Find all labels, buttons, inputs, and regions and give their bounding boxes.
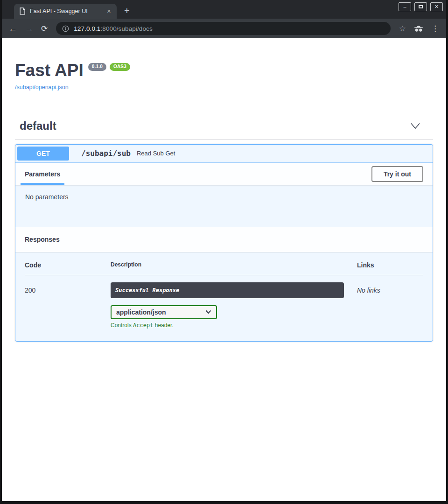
bookmark-star-icon[interactable]: ☆ (399, 25, 406, 33)
window-controls: – ✕ (399, 2, 443, 11)
tab-title: Fast API - Swagger UI (30, 8, 101, 14)
browser-window: Fast API - Swagger UI ✕ + – ✕ ← → ⟳ 127.… (2, 0, 446, 501)
browser-toolbar: ← → ⟳ 127.0.0.1:8000/subapi/docs ☆ (2, 19, 446, 38)
operation-path: /subapi/sub (81, 149, 131, 158)
http-method-badge: GET (17, 147, 69, 161)
reload-icon[interactable]: ⟳ (41, 25, 48, 33)
maximize-button[interactable] (414, 2, 427, 11)
try-it-out-button[interactable]: Try it out (371, 166, 423, 182)
operation-description: Read Sub Get (137, 150, 175, 157)
opblock-get-subapi-sub: GET /subapi/sub Read Sub Get Parameters … (15, 144, 433, 342)
col-header-code: Code (25, 261, 111, 269)
close-window-button[interactable]: ✕ (430, 2, 443, 11)
media-type-value: application/json (116, 308, 166, 316)
browser-tab[interactable]: Fast API - Swagger UI ✕ (14, 4, 117, 19)
tab-close-icon[interactable]: ✕ (105, 8, 113, 15)
media-type-select[interactable]: application/json (111, 305, 217, 319)
forward-icon[interactable]: → (25, 24, 34, 33)
minimize-button[interactable]: – (399, 2, 411, 11)
responses-header: Responses (15, 227, 433, 252)
parameters-header: Parameters Try it out (15, 163, 433, 185)
responses-title: Responses (25, 236, 60, 243)
response-description-box: Successful Response (111, 282, 344, 298)
new-tab-button[interactable]: + (124, 6, 130, 15)
response-code: 200 (25, 282, 111, 294)
col-header-links: Links (357, 261, 423, 269)
page-content: Fast API 0.1.0 OAS3 /subapi/openapi.json… (2, 38, 446, 501)
maximize-icon (419, 5, 423, 8)
tag-section-default[interactable]: default (15, 118, 433, 140)
accept-header-hint: Controls Accept header. (111, 322, 357, 329)
back-icon[interactable]: ← (8, 24, 17, 33)
page-favicon-icon (19, 7, 26, 15)
col-header-description: Description (111, 261, 357, 269)
version-badge: 0.1.0 (88, 63, 106, 71)
incognito-icon (413, 25, 424, 32)
page-title: Fast API 0.1.0 OAS3 (15, 62, 433, 80)
response-links: No links (357, 282, 423, 294)
url-path: :8000/subapi/docs (100, 25, 152, 32)
api-title-text: Fast API (15, 62, 84, 80)
select-chevron-icon (205, 310, 211, 314)
operation-summary[interactable]: GET /subapi/sub Read Sub Get (15, 145, 433, 163)
browser-titlebar: Fast API - Swagger UI ✕ + – ✕ (2, 0, 446, 19)
openapi-spec-link[interactable]: /subapi/openapi.json (15, 84, 69, 91)
browser-menu-icon[interactable]: ⋮ (431, 25, 440, 33)
chevron-down-icon[interactable] (410, 123, 420, 129)
accept-code: Accept (133, 322, 153, 329)
responses-table: Code Description Links 200 Successful Re… (15, 252, 433, 341)
tab-parameters[interactable]: Parameters (25, 170, 60, 178)
url-host: 127.0.0.1 (74, 25, 100, 32)
address-bar[interactable]: 127.0.0.1:8000/subapi/docs (56, 22, 391, 35)
oas3-badge: OAS3 (110, 63, 130, 71)
responses-table-head: Code Description Links (25, 261, 423, 275)
table-row: 200 Successful Response application/json (25, 275, 423, 329)
url-text: 127.0.0.1:8000/subapi/docs (74, 25, 153, 32)
info-icon[interactable] (62, 25, 69, 32)
api-info: Fast API 0.1.0 OAS3 /subapi/openapi.json (15, 62, 433, 91)
tag-name: default (20, 119, 56, 133)
no-parameters-message: No parameters (15, 185, 433, 227)
